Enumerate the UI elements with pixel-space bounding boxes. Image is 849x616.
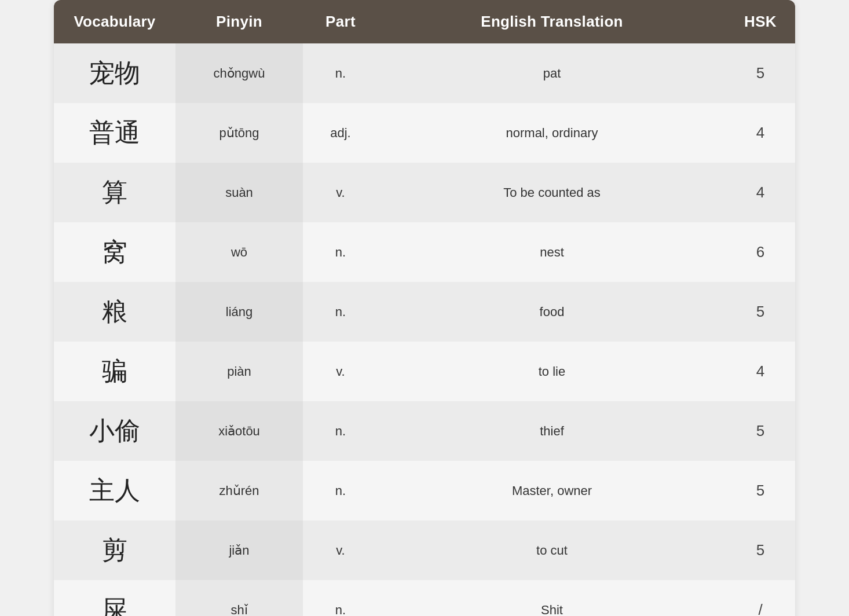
cell-english: To be counted as	[378, 163, 726, 222]
cell-part: v.	[303, 163, 378, 222]
table-row: 宠物 chǒngwù n. pat 5	[54, 43, 795, 103]
cell-english: to cut	[378, 520, 726, 580]
table-row: 普通 pǔtōng adj. normal, ordinary 4	[54, 103, 795, 163]
cell-vocab: 屎	[54, 580, 175, 616]
table-row: 屎 shǐ n. Shit /	[54, 580, 795, 616]
cell-vocab: 算	[54, 163, 175, 222]
vocabulary-table: Vocabulary Pinyin Part English Translati…	[54, 0, 795, 616]
table-row: 算 suàn v. To be counted as 4	[54, 163, 795, 222]
cell-part: n.	[303, 401, 378, 461]
cell-hsk: 5	[726, 43, 795, 103]
cell-pinyin: pǔtōng	[175, 103, 303, 163]
cell-pinyin: jiǎn	[175, 520, 303, 580]
cell-pinyin: shǐ	[175, 580, 303, 616]
cell-hsk: 5	[726, 401, 795, 461]
cell-part: v.	[303, 342, 378, 401]
cell-hsk: 4	[726, 342, 795, 401]
cell-part: n.	[303, 282, 378, 342]
cell-english: thief	[378, 401, 726, 461]
table-row: 剪 jiǎn v. to cut 5	[54, 520, 795, 580]
table-header: Vocabulary Pinyin Part English Translati…	[54, 0, 795, 43]
table-row: 主人 zhǔrén n. Master, owner 5	[54, 461, 795, 520]
table-row: 窝 wō n. nest 6	[54, 222, 795, 282]
cell-english: nest	[378, 222, 726, 282]
cell-pinyin: xiǎotōu	[175, 401, 303, 461]
cell-pinyin: piàn	[175, 342, 303, 401]
cell-pinyin: suàn	[175, 163, 303, 222]
cell-part: n.	[303, 43, 378, 103]
cell-part: n.	[303, 222, 378, 282]
header-english: English Translation	[378, 0, 726, 43]
cell-vocab: 宠物	[54, 43, 175, 103]
cell-vocab: 窝	[54, 222, 175, 282]
cell-hsk: 6	[726, 222, 795, 282]
header-part: Part	[303, 0, 378, 43]
cell-pinyin: wō	[175, 222, 303, 282]
cell-vocab: 主人	[54, 461, 175, 520]
table-row: 骗 piàn v. to lie 4	[54, 342, 795, 401]
cell-pinyin: liáng	[175, 282, 303, 342]
cell-english: normal, ordinary	[378, 103, 726, 163]
cell-hsk: 4	[726, 103, 795, 163]
cell-part: v.	[303, 520, 378, 580]
table-body: 宠物 chǒngwù n. pat 5 普通 pǔtōng adj. norma…	[54, 43, 795, 616]
header-vocabulary: Vocabulary	[54, 0, 175, 43]
cell-part: adj.	[303, 103, 378, 163]
cell-pinyin: zhǔrén	[175, 461, 303, 520]
cell-english: Shit	[378, 580, 726, 616]
cell-hsk: 5	[726, 520, 795, 580]
cell-vocab: 骗	[54, 342, 175, 401]
cell-part: n.	[303, 461, 378, 520]
table-row: 小偷 xiǎotōu n. thief 5	[54, 401, 795, 461]
cell-english: to lie	[378, 342, 726, 401]
cell-vocab: 剪	[54, 520, 175, 580]
cell-part: n.	[303, 580, 378, 616]
header-pinyin: Pinyin	[175, 0, 303, 43]
cell-vocab: 粮	[54, 282, 175, 342]
cell-hsk: /	[726, 580, 795, 616]
cell-hsk: 5	[726, 282, 795, 342]
cell-hsk: 4	[726, 163, 795, 222]
header-hsk: HSK	[726, 0, 795, 43]
cell-english: pat	[378, 43, 726, 103]
cell-english: Master, owner	[378, 461, 726, 520]
cell-vocab: 小偷	[54, 401, 175, 461]
cell-english: food	[378, 282, 726, 342]
cell-hsk: 5	[726, 461, 795, 520]
cell-pinyin: chǒngwù	[175, 43, 303, 103]
table-row: 粮 liáng n. food 5	[54, 282, 795, 342]
cell-vocab: 普通	[54, 103, 175, 163]
